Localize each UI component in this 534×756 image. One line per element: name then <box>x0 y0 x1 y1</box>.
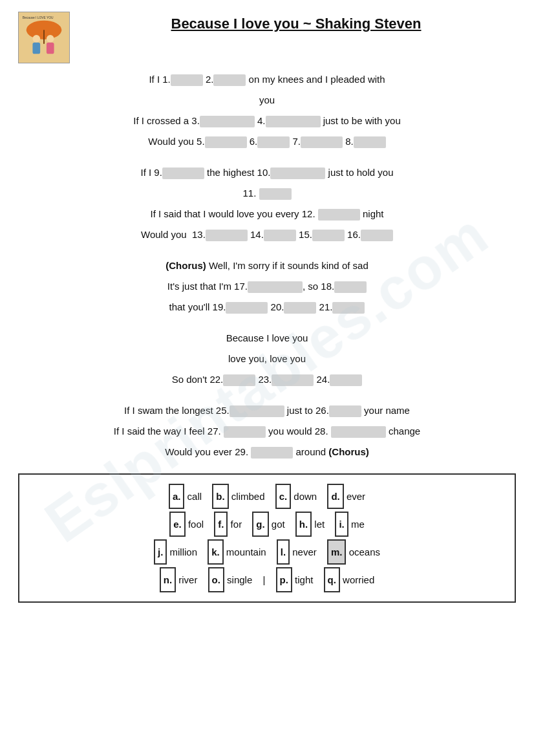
word-item: e. fool <box>169 512 204 537</box>
lyric-line: If I crossed a 3. 4. just to be with you <box>18 111 516 131</box>
blank-5 <box>205 136 247 148</box>
blank-26 <box>329 405 361 417</box>
word-item: o. single <box>208 567 253 592</box>
word-item: q. worried <box>324 567 375 592</box>
blank-15 <box>312 230 345 241</box>
word-bank-row1: a. call b. climbed c. down d. ever <box>32 482 502 510</box>
word-item: h. let <box>295 512 325 537</box>
word-letter: e. <box>169 512 186 537</box>
word-letter: h. <box>295 512 312 537</box>
word-item: l. never <box>277 539 317 565</box>
blank-25 <box>230 405 284 417</box>
word-item: m. oceans <box>327 539 380 565</box>
word-letter: c. <box>275 484 292 509</box>
word-letter: n. <box>160 567 176 592</box>
word-item: c. down <box>275 484 317 509</box>
cover-image: Because I LOVE YOU <box>18 12 70 63</box>
verse2: If I 9. the highest 10. just to hold you… <box>18 163 516 244</box>
word-item: p. tight <box>276 567 314 592</box>
blank-3 <box>200 116 255 127</box>
lyric-line: Would you 5. 6. 7. 8. <box>18 132 516 151</box>
chorus-label-2: (Chorus) <box>328 446 369 457</box>
title-area: Because I love you ~ Shaking Steven <box>76 12 516 32</box>
blank-21 <box>332 302 365 314</box>
blank-28 <box>331 426 386 438</box>
blank-11 <box>259 188 292 200</box>
word-letter: k. <box>208 539 224 565</box>
blank-4 <box>266 116 321 127</box>
word-letter: j. <box>154 539 167 565</box>
word-letter: d. <box>327 484 343 509</box>
lyric-line: Would you ever 29. around (Chorus) <box>18 442 516 462</box>
main-title: Because I love you ~ Shaking Steven <box>76 16 516 32</box>
word-letter: g. <box>252 512 268 537</box>
blank-10 <box>270 167 325 179</box>
word-letter: b. <box>212 484 228 509</box>
blank-12 <box>318 209 360 221</box>
lyric-line: love you, love you <box>18 349 516 369</box>
verse1: If I 1. 2. on my knees and I pleaded wit… <box>18 70 516 151</box>
lyric-line: (Chorus) Well, I'm sorry if it sounds ki… <box>18 256 516 275</box>
word-letter: i. <box>335 512 348 537</box>
word-letter: o. <box>208 567 224 592</box>
svg-rect-5 <box>32 43 40 54</box>
svg-point-4 <box>32 35 40 43</box>
lyric-line: Would you 13. 14. 15. 16. <box>18 225 516 244</box>
svg-rect-3 <box>43 30 45 43</box>
blank-29 <box>251 447 293 459</box>
blank-20 <box>284 302 316 314</box>
blank-16 <box>361 230 393 241</box>
blank-2 <box>213 74 246 86</box>
blank-18 <box>334 281 367 293</box>
lyric-line: So don't 22. 23. 24. <box>18 370 516 389</box>
blank-27 <box>224 426 266 438</box>
svg-point-6 <box>47 35 54 43</box>
word-item: f. for <box>214 512 242 537</box>
lyric-line: If I said the way I feel 27. you would 2… <box>18 422 516 441</box>
word-item: d. ever <box>327 484 365 509</box>
word-letter: p. <box>276 567 292 592</box>
lyric-line: that you'll 19. 20. 21. <box>18 297 516 317</box>
chorus-label: (Chorus) <box>166 260 206 271</box>
blank-9 <box>162 167 204 179</box>
blank-22 <box>223 374 255 386</box>
blank-14 <box>264 230 296 241</box>
lyric-line: It's just that I'm 17., so 18. <box>18 277 516 296</box>
blank-13 <box>206 230 248 241</box>
blank-17 <box>248 281 303 293</box>
lyric-line: Because I love you <box>18 329 516 348</box>
word-bank-row4: n. river o. single | p. tight q. worried <box>32 566 502 594</box>
word-item: n. river <box>160 567 198 592</box>
word-bank-row3: j. million k. mountain l. never m. ocean… <box>32 538 502 566</box>
verse3: If I swam the longest 25. just to 26. yo… <box>18 401 516 462</box>
word-letter: m. <box>327 539 347 565</box>
word-item: a. call <box>169 484 202 509</box>
word-item: | <box>262 569 265 590</box>
word-letter: l. <box>277 539 290 565</box>
bridge: Because I love you love you, love you So… <box>18 329 516 389</box>
chorus: (Chorus) Well, I'm sorry if it sounds ki… <box>18 256 516 317</box>
svg-rect-7 <box>47 43 54 54</box>
blank-19 <box>226 302 268 314</box>
word-item: b. climbed <box>212 484 264 509</box>
blank-1 <box>171 74 203 86</box>
blank-6 <box>257 136 290 148</box>
word-item: g. got <box>252 512 284 537</box>
blank-8 <box>354 136 386 148</box>
word-item: i. me <box>335 512 364 537</box>
lyric-line: 11. <box>18 184 516 203</box>
lyric-line: If I 1. 2. on my knees and I pleaded wit… <box>18 70 516 89</box>
word-bank-row2: e. fool f. for g. got h. let i. me <box>32 510 502 538</box>
word-item: k. mountain <box>208 539 266 565</box>
lyric-line: If I swam the longest 25. just to 26. yo… <box>18 401 516 420</box>
svg-text:Because I LOVE YOU: Because I LOVE YOU <box>23 16 54 19</box>
blank-24 <box>330 374 362 386</box>
word-letter: q. <box>324 567 340 592</box>
blank-23 <box>272 374 314 386</box>
blank-7 <box>301 136 343 148</box>
lyric-line: If I 9. the highest 10. just to hold you <box>18 163 516 182</box>
header: Because I LOVE YOU Because I love you ~ … <box>18 12 516 63</box>
word-letter: a. <box>169 484 185 509</box>
word-letter: f. <box>214 512 228 537</box>
lyric-line: If I said that I would love you every 12… <box>18 204 516 224</box>
